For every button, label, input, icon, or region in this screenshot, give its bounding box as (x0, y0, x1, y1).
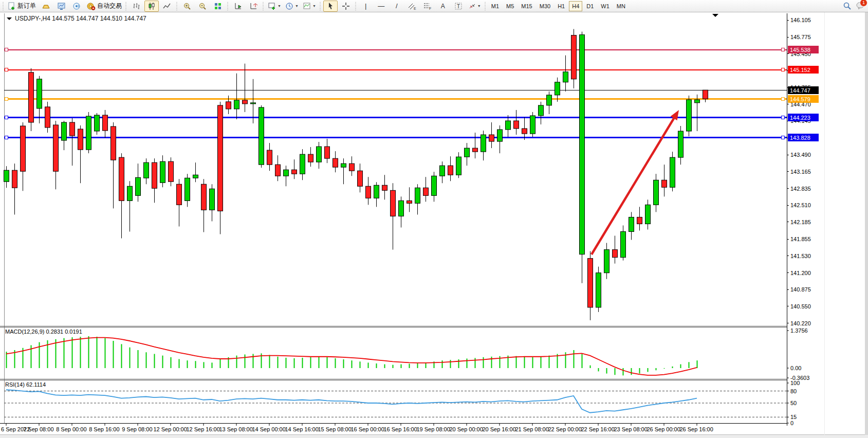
new-chart-button[interactable]: ▼ (266, 1, 283, 12)
rsi-label: RSI(14) 62.1114 (5, 381, 46, 388)
zoom-out-button[interactable] (195, 1, 210, 12)
text-label-button[interactable]: T (451, 1, 466, 12)
svg-text:20 Sep 16:00: 20 Sep 16:00 (482, 426, 515, 432)
new-order-icon (8, 2, 16, 10)
svg-text:141.530: 141.530 (790, 253, 811, 259)
chat-button[interactable]: 1 (856, 1, 865, 11)
candle (251, 103, 256, 104)
candle (37, 79, 42, 108)
indicators-button[interactable]: ▼ (301, 1, 318, 12)
candle (78, 129, 83, 150)
toolbar-grip[interactable] (227, 2, 229, 10)
svg-text:0: 0 (790, 420, 793, 426)
chart-shift-button[interactable] (246, 1, 261, 12)
chart-shift-icon (249, 2, 257, 10)
search-icon[interactable] (843, 2, 852, 10)
candle (144, 162, 149, 178)
candle (234, 100, 239, 109)
candle (275, 165, 281, 176)
arrows-button[interactable]: ▼ (467, 1, 483, 12)
candle (243, 100, 248, 104)
svg-text:16 Sep 00:00: 16 Sep 00:00 (350, 426, 384, 432)
trendline-button[interactable]: / (390, 1, 404, 12)
candle (423, 188, 429, 195)
candle (193, 175, 198, 178)
cursor-button[interactable] (323, 1, 338, 12)
tile-windows-button[interactable] (211, 1, 225, 12)
svg-text:145.775: 145.775 (790, 34, 811, 40)
toolbar-grip[interactable] (262, 2, 265, 10)
candlestick-chart-button[interactable] (144, 1, 159, 12)
text-label-icon: T (454, 2, 463, 10)
crosshair-button[interactable] (339, 1, 353, 12)
tab-timeframe-m5[interactable]: M5 (503, 1, 517, 11)
candle (662, 180, 667, 187)
svg-text:19 Sep 08:00: 19 Sep 08:00 (416, 426, 450, 432)
vertical-line-button[interactable]: | (359, 1, 373, 12)
svg-text:80: 80 (790, 388, 797, 394)
candle (4, 170, 9, 181)
candle (637, 217, 642, 224)
tab-timeframe-m15[interactable]: M15 (518, 1, 535, 11)
svg-text:13 Sep 08:00: 13 Sep 08:00 (219, 426, 252, 432)
horizontal-line-button[interactable]: — (374, 1, 389, 12)
candle (358, 171, 363, 186)
candle (226, 102, 231, 109)
signal-icon (72, 2, 81, 10)
zoom-in-button[interactable] (180, 1, 194, 12)
period-button[interactable]: ▼ (284, 1, 300, 12)
clock-icon (285, 2, 294, 10)
tab-timeframe-m1[interactable]: M1 (488, 1, 502, 11)
toolbar-grip[interactable] (176, 2, 178, 10)
main-toolbar: 新订单 自动交易 (0, 0, 868, 12)
signal-button[interactable] (69, 1, 84, 12)
chart-window[interactable]: 146.105145.775145.450145.125144.795144.4… (0, 12, 868, 438)
svg-text:26 Sep 00:00: 26 Sep 00:00 (647, 426, 680, 432)
market-watch-icon (57, 2, 66, 10)
auto-scroll-button[interactable] (231, 1, 245, 12)
svg-text:100: 100 (790, 380, 800, 386)
market-watch-button[interactable] (54, 1, 68, 12)
candlestick-chart-icon (147, 2, 156, 10)
gold-button[interactable] (39, 1, 53, 12)
svg-text:144.223: 144.223 (790, 115, 810, 121)
candle (300, 154, 305, 174)
svg-text:143.165: 143.165 (790, 169, 811, 175)
toolbar-grip[interactable] (2, 2, 5, 10)
new-order-label: 新订单 (17, 2, 36, 10)
candle (317, 147, 322, 162)
tab-timeframe-mn[interactable]: MN (614, 1, 629, 11)
tab-timeframe-w1[interactable]: W1 (598, 1, 613, 11)
candle (399, 200, 404, 216)
candle (547, 95, 552, 105)
svg-text:22 Sep 16:00: 22 Sep 16:00 (581, 426, 614, 432)
toolbar-grip[interactable] (355, 2, 357, 10)
tab-timeframe-h4[interactable]: H4 (569, 1, 582, 11)
toolbar-grip[interactable] (319, 2, 322, 10)
svg-text:12 Sep 16:00: 12 Sep 16:00 (186, 426, 219, 432)
text-button[interactable]: A (436, 1, 450, 12)
line-chart-button[interactable] (160, 1, 174, 12)
new-order-button[interactable]: 新订单 (6, 1, 38, 12)
candle (349, 163, 355, 171)
fibonacci-button[interactable]: F (420, 1, 435, 12)
symbol-ohlc-title: USDJPY-,H4 144.575 144.747 144.510 144.7… (15, 15, 146, 22)
tab-timeframe-h1[interactable]: H1 (555, 1, 568, 11)
bar-chart-button[interactable] (129, 1, 143, 12)
toolbar-grip[interactable] (484, 2, 487, 10)
autotrading-button[interactable]: 自动交易 (85, 1, 123, 12)
equidistant-channel-button[interactable]: E (405, 1, 419, 12)
svg-text:50: 50 (790, 400, 797, 406)
svg-text:143.828: 143.828 (790, 135, 810, 141)
tab-timeframe-m30[interactable]: M30 (537, 1, 553, 11)
svg-text:145.538: 145.538 (790, 47, 810, 53)
chat-badge: 1 (860, 0, 867, 7)
candle (29, 72, 34, 122)
svg-text:23 Sep 08:00: 23 Sep 08:00 (614, 426, 647, 432)
toolbar-grip[interactable] (125, 2, 127, 10)
window-scrollbar[interactable] (865, 12, 868, 435)
candle (670, 157, 675, 187)
tab-timeframe-d1[interactable]: D1 (583, 1, 597, 11)
candle (645, 205, 651, 224)
candle (111, 126, 116, 160)
